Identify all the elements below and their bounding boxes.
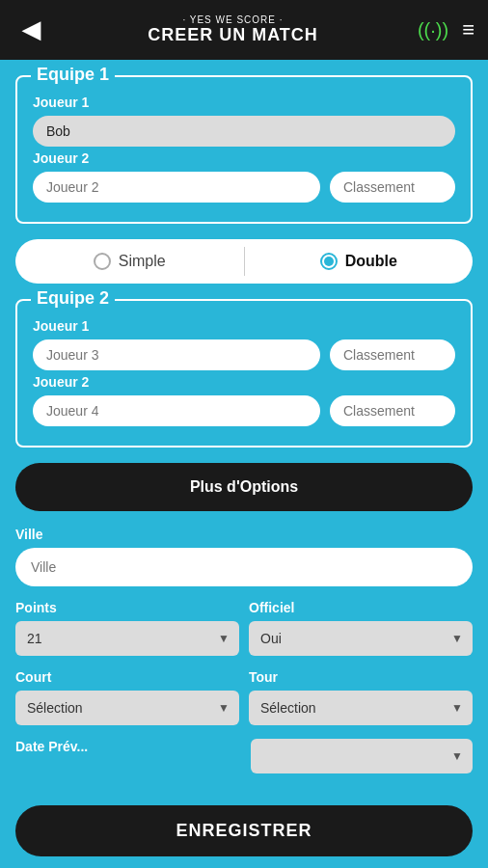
tour-select-wrapper: Sélection ▼ bbox=[249, 691, 473, 725]
ville-label: Ville bbox=[15, 527, 473, 542]
bottom-bar: ENREGISTRER bbox=[0, 794, 488, 868]
joueur3-row bbox=[33, 339, 455, 370]
tour-col: Tour Sélection ▼ bbox=[249, 669, 473, 725]
court-tour-row: Court Sélection ▼ Tour Sélection ▼ bbox=[15, 669, 473, 725]
tour-label: Tour bbox=[249, 669, 473, 685]
points-select[interactable]: 21 11 15 bbox=[15, 621, 239, 656]
back-button[interactable]: ◀ bbox=[14, 16, 48, 43]
header-title-block: · YES WE SCORE · CREER UN MATCH bbox=[48, 14, 418, 45]
joueur2-label: Joueur 2 bbox=[33, 150, 455, 166]
double-option[interactable]: Double bbox=[245, 253, 474, 270]
header: ◀ · YES WE SCORE · CREER UN MATCH ((·)) … bbox=[0, 0, 488, 60]
double-label: Double bbox=[345, 253, 397, 270]
menu-icon[interactable]: ≡ bbox=[462, 17, 474, 42]
ville-input[interactable] bbox=[15, 548, 473, 586]
officiel-select[interactable]: Oui Non bbox=[249, 621, 473, 656]
court-label: Court bbox=[15, 669, 239, 685]
main-content: Equipe 1 Joueur 1 Joueur 2 Simple Double… bbox=[0, 60, 488, 868]
equipe1-label: Equipe 1 bbox=[31, 65, 115, 85]
court-select-wrapper: Sélection ▼ bbox=[15, 691, 239, 725]
court-col: Court Sélection ▼ bbox=[15, 669, 239, 725]
points-col: Points 21 11 15 ▼ bbox=[15, 600, 239, 656]
equipe2-label: Equipe 2 bbox=[31, 288, 115, 309]
joueur4-input[interactable] bbox=[33, 395, 320, 426]
officiel-select-wrapper: Oui Non ▼ bbox=[249, 621, 473, 656]
options-button[interactable]: Plus d'Options bbox=[15, 463, 473, 511]
date-row: Date Prév... ▼ bbox=[15, 739, 473, 773]
joueur4-row bbox=[33, 395, 455, 426]
joueur1-row bbox=[33, 116, 455, 147]
header-title: CREER UN MATCH bbox=[48, 25, 418, 45]
joueur3-input[interactable] bbox=[33, 339, 320, 370]
header-right: ((·)) ≡ bbox=[418, 17, 474, 42]
header-subtitle: · YES WE SCORE · bbox=[48, 14, 418, 25]
mode-selector: Simple Double bbox=[15, 239, 473, 284]
simple-option[interactable]: Simple bbox=[15, 253, 244, 270]
court-select[interactable]: Sélection bbox=[15, 691, 239, 725]
officiel-label: Officiel bbox=[249, 600, 473, 615]
simple-label: Simple bbox=[119, 253, 166, 270]
joueur2-input[interactable] bbox=[33, 172, 320, 203]
date-select-wrapper: ▼ bbox=[251, 739, 473, 773]
enregistrer-button[interactable]: ENREGISTRER bbox=[15, 805, 473, 856]
simple-radio[interactable] bbox=[94, 253, 111, 270]
joueur2-row bbox=[33, 172, 455, 203]
equipe2-box: Equipe 2 Joueur 1 Joueur 2 bbox=[15, 299, 473, 448]
joueur4-label: Joueur 2 bbox=[33, 374, 455, 390]
points-select-wrapper: 21 11 15 ▼ bbox=[15, 621, 239, 656]
double-radio[interactable] bbox=[320, 253, 338, 270]
tour-select[interactable]: Sélection bbox=[249, 691, 473, 725]
officiel-col: Officiel Oui Non ▼ bbox=[249, 600, 473, 656]
joueur1-label: Joueur 1 bbox=[33, 95, 455, 110]
classement3-input[interactable] bbox=[330, 339, 455, 370]
date-label-col: Date Prév... bbox=[15, 739, 241, 773]
equipe1-box: Equipe 1 Joueur 1 Joueur 2 bbox=[15, 75, 473, 224]
date-label: Date Prév... bbox=[15, 739, 241, 754]
joueur1-input[interactable] bbox=[33, 116, 455, 147]
date-select[interactable] bbox=[251, 739, 473, 773]
points-label: Points bbox=[15, 600, 239, 615]
joueur3-label: Joueur 1 bbox=[33, 318, 455, 334]
points-officiel-row: Points 21 11 15 ▼ Officiel Oui Non ▼ bbox=[15, 600, 473, 656]
classement4-input[interactable] bbox=[330, 395, 455, 426]
date-select-col: ▼ bbox=[251, 739, 473, 773]
wifi-icon: ((·)) bbox=[418, 19, 448, 41]
classement2-input[interactable] bbox=[330, 172, 455, 203]
